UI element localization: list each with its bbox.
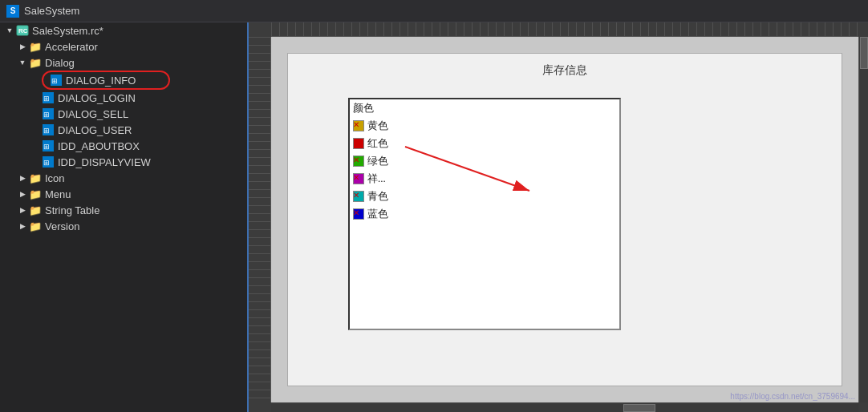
list-item[interactable]: ✕ 青色 (350, 188, 619, 205)
color-swatch-xiang: ✕ (353, 173, 364, 184)
menu-label: Menu (45, 188, 71, 200)
root-icon: RC (16, 24, 29, 37)
dialog-label: Dialog (45, 57, 75, 69)
version-label: Version (45, 220, 79, 232)
dialog-arrow: ▼ (16, 56, 29, 69)
folder-icon: 📁 (29, 40, 42, 53)
title-bar: S SaleSystem (0, 0, 868, 22)
accelerator-label: Accelerator (45, 41, 98, 53)
app-icon: S (6, 5, 19, 18)
dialog-title: 库存信息 (288, 54, 842, 84)
ruler-top-ticks (271, 22, 858, 36)
sidebar-item-string-table[interactable]: ▶ 📁 String Table (0, 202, 247, 218)
icon-arrow: ▶ (16, 172, 29, 184)
accelerator-arrow: ▶ (16, 40, 29, 53)
dialog-sell-icon: ⊞ (42, 107, 55, 120)
dialog-listbox[interactable]: 颜色 ✕ 黄色 ✕ 红色 (348, 98, 621, 330)
svg-text:⊞: ⊞ (43, 159, 50, 167)
color-swatch-green: ✕ (353, 156, 364, 167)
sidebar-item-version[interactable]: ▶ 📁 Version (0, 218, 247, 234)
sidebar-item-idd-displayview[interactable]: ⊞ IDD_DISPALYVIEW (0, 154, 247, 170)
dialog-sell-label: DIALOG_SELL (58, 108, 128, 120)
menu-arrow: ▶ (16, 188, 29, 200)
list-item-label: 蓝色 (367, 207, 388, 221)
svg-text:⊞: ⊞ (43, 95, 50, 103)
expand-arrow: ▼ (3, 24, 16, 37)
string-table-label: String Table (45, 204, 99, 216)
list-item[interactable]: ✕ 绿色 (350, 152, 619, 170)
dialog-preview-area: 库存信息 颜色 ✕ 黄色 (271, 37, 858, 402)
sidebar-item-menu[interactable]: ▶ 📁 Menu (0, 186, 247, 202)
dialog-login-icon: ⊞ (42, 91, 55, 104)
dialog-login-label: DIALOG_LOGIN (58, 92, 136, 104)
color-swatch-blue: ✕ (353, 208, 364, 220)
ruler-left-ticks (249, 37, 270, 402)
list-item-label: 黄色 (367, 119, 388, 133)
idd-displayview-icon: ⊞ (42, 156, 55, 168)
sidebar-item-dialog[interactable]: ▼ 📁 Dialog (0, 55, 247, 71)
tree-root-label: SaleSystem.rc* (32, 25, 103, 37)
app-title: SaleSystem (24, 5, 79, 17)
dialog-info-icon: ⊞ (50, 74, 63, 87)
version-arrow: ▶ (16, 220, 29, 232)
folder-icon: 📁 (29, 188, 42, 200)
list-item[interactable]: ✕ 祥... (350, 170, 619, 188)
sidebar-item-dialog-info[interactable]: ⊞ DIALOG_INFO (0, 71, 247, 90)
sidebar-item-dialog-user[interactable]: ⊞ DIALOG_USER (0, 122, 247, 138)
dialog-editor-panel: 库存信息 颜色 ✕ 黄色 (249, 22, 868, 412)
idd-aboutbox-icon: ⊞ (42, 139, 55, 152)
watermark: https://blog.csdn.net/cn_3759694... (730, 392, 855, 401)
list-item-label: 祥... (367, 172, 386, 186)
tree-root[interactable]: ▼ RC SaleSystem.rc* (0, 22, 247, 38)
svg-text:⊞: ⊞ (43, 127, 50, 135)
dialog-user-icon: ⊞ (42, 123, 55, 136)
sidebar-item-icon[interactable]: ▶ 📁 Icon (0, 170, 247, 186)
dialog-window: 库存信息 颜色 ✕ 黄色 (287, 53, 842, 386)
svg-text:⊞: ⊞ (43, 111, 50, 119)
dialog-user-label: DIALOG_USER (58, 124, 132, 136)
ruler-top (271, 22, 858, 37)
ruler-left (249, 37, 271, 402)
listbox-header: 颜色 (350, 99, 619, 117)
folder-icon: 📁 (29, 172, 42, 184)
svg-text:⊞: ⊞ (43, 143, 50, 151)
sidebar-item-idd-aboutbox[interactable]: ⊞ IDD_ABOUTBOX (0, 138, 247, 154)
scrollbar-vertical[interactable] (858, 37, 868, 402)
list-item[interactable]: ✕ 黄色 (350, 117, 619, 135)
sidebar-item-accelerator[interactable]: ▶ 📁 Accelerator (0, 38, 247, 55)
scrollbar-thumb-vertical[interactable] (860, 37, 868, 69)
sidebar-item-dialog-sell[interactable]: ⊞ DIALOG_SELL (0, 106, 247, 122)
color-swatch-red: ✕ (353, 138, 364, 149)
svg-text:RC: RC (18, 27, 28, 34)
dialog-info-label: DIALOG_INFO (66, 75, 136, 87)
sidebar-item-dialog-login[interactable]: ⊞ DIALOG_LOGIN (0, 90, 247, 106)
folder-icon: 📁 (29, 204, 42, 216)
resource-tree-panel: ▼ RC SaleSystem.rc* ▶ 📁 Accelerator ▼ 📁 … (0, 22, 249, 412)
list-item-label: 红色 (367, 136, 388, 151)
list-item-label: 青色 (367, 189, 388, 204)
scrollbar-thumb-horizontal[interactable] (623, 404, 655, 412)
list-item[interactable]: ✕ 红色 (350, 135, 619, 152)
svg-text:⊞: ⊞ (51, 77, 58, 85)
folder-icon: 📁 (29, 56, 42, 69)
scrollbar-horizontal[interactable] (271, 402, 858, 412)
list-item-label: 绿色 (367, 154, 388, 168)
idd-displayview-label: IDD_DISPALYVIEW (58, 156, 151, 168)
list-item[interactable]: ✕ 蓝色 (350, 205, 619, 223)
folder-icon: 📁 (29, 220, 42, 232)
icon-label: Icon (45, 172, 65, 184)
listbox-header-text: 颜色 (353, 101, 374, 115)
string-table-arrow: ▶ (16, 204, 29, 216)
color-swatch-yellow: ✕ (353, 120, 364, 131)
color-swatch-cyan: ✕ (353, 191, 364, 202)
idd-aboutbox-label: IDD_ABOUTBOX (58, 140, 140, 152)
